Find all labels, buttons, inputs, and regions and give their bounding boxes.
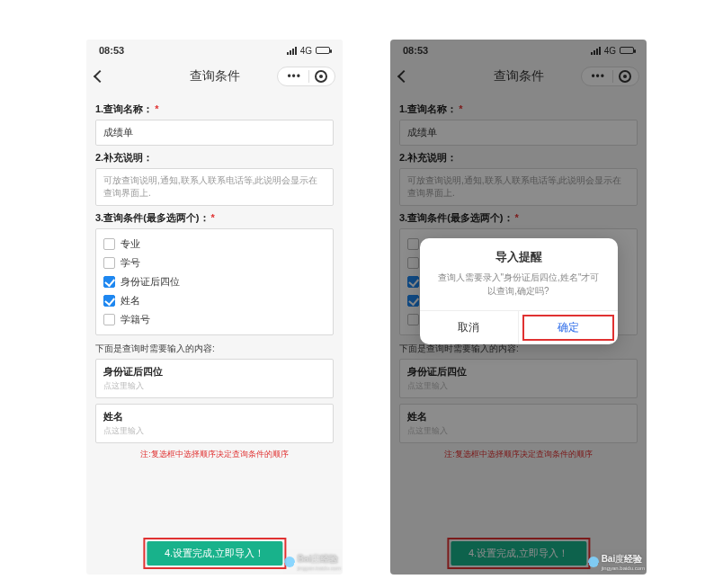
condition-option[interactable]: 身份证后四位 <box>103 272 326 291</box>
battery-icon <box>316 47 330 54</box>
baidu-paw-icon <box>588 557 599 567</box>
modal-cancel-button[interactable]: 取消 <box>420 311 520 344</box>
confirm-highlight-box <box>522 315 614 341</box>
section-2-label: 2.补充说明： <box>95 151 334 165</box>
condition-option[interactable]: 学号 <box>103 254 326 272</box>
checkbox-icon[interactable] <box>103 257 115 269</box>
back-icon[interactable] <box>94 70 106 83</box>
ordering-note: 注:复选框中选择顺序决定查询条件的顺序 <box>95 449 334 460</box>
status-network: 4G <box>300 46 312 56</box>
required-input-card[interactable]: 身份证后四位 点这里输入 <box>95 359 334 398</box>
modal-body: 查询人需要录入"身份证后四位,姓名"才可以查询,确定吗? <box>420 271 618 310</box>
close-miniprogram-icon[interactable] <box>315 70 327 83</box>
condition-option[interactable]: 学籍号 <box>103 310 326 329</box>
condition-option[interactable]: 专业 <box>103 235 326 254</box>
baidu-paw-icon <box>284 557 295 567</box>
extra-note-textarea[interactable]: 可放查询说明,通知,联系人联系电话等,此说明会显示在查询界面上. <box>95 168 334 206</box>
modal-confirm-button[interactable]: 确定 <box>519 311 618 344</box>
status-bar: 08:53 4G <box>86 40 343 61</box>
signal-icon <box>287 47 297 55</box>
modal-title: 导入提醒 <box>420 238 618 271</box>
checkbox-icon[interactable] <box>103 238 115 250</box>
phone-screenshot-left: 08:53 4G 查询条件 ••• 1.查询名称：* <box>86 40 343 575</box>
import-button[interactable]: 4.设置完成,立即导入！ <box>147 541 282 566</box>
watermark: Bai度经验 jingyan.baidu.com <box>284 553 341 571</box>
conditions-checklist: 专业 学号 身份证后四位 姓名 <box>95 228 334 335</box>
query-name-input[interactable]: 成绩单 <box>95 120 334 146</box>
miniprogram-capsule[interactable]: ••• <box>277 67 335 86</box>
required-input-card[interactable]: 姓名 点这里输入 <box>95 404 334 443</box>
watermark: Bai度经验 jingyan.baidu.com <box>588 553 645 571</box>
status-time: 08:53 <box>99 45 124 56</box>
phone-screenshot-right: 08:53 4G 查询条件 ••• 1.查询名称：* <box>390 40 647 575</box>
checkbox-icon[interactable] <box>103 314 115 325</box>
checkbox-icon[interactable] <box>103 295 115 307</box>
section-1-label: 1.查询名称：* <box>95 102 334 116</box>
page-title: 查询条件 <box>190 68 240 85</box>
import-confirm-modal: 导入提醒 查询人需要录入"身份证后四位,姓名"才可以查询,确定吗? 取消 确定 <box>420 238 618 344</box>
more-icon[interactable]: ••• <box>280 70 308 83</box>
section-3-label: 3.查询条件(最多选两个)：* <box>95 211 334 225</box>
cta-highlight-box: 4.设置完成,立即导入！ <box>143 538 286 569</box>
navbar: 查询条件 ••• <box>86 61 343 92</box>
checkbox-icon[interactable] <box>103 276 115 288</box>
condition-option[interactable]: 姓名 <box>103 291 326 310</box>
required-inputs-header: 下面是查询时需要输入的内容: <box>95 343 334 355</box>
